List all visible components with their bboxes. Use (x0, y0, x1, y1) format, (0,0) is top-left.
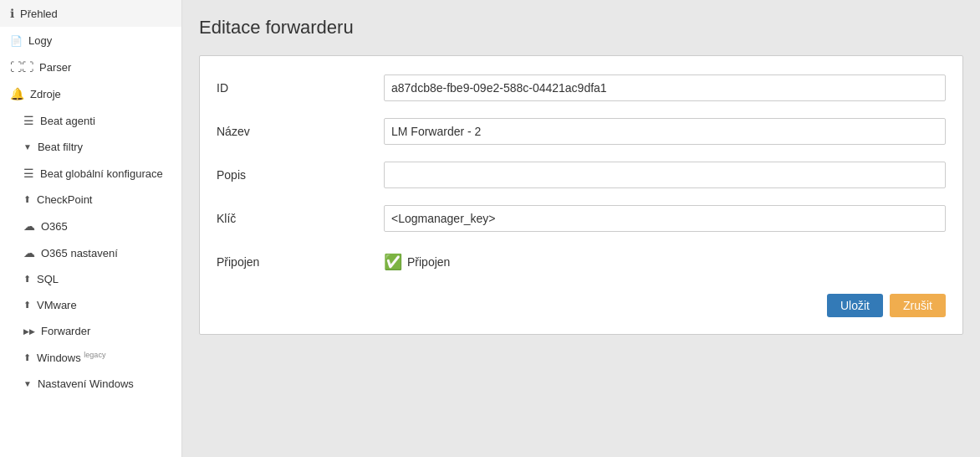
sidebar-item-label: Beat filtry (38, 141, 83, 153)
sidebar-item-label: Nastavení Windows (38, 377, 134, 390)
sidebar-item-o365[interactable]: ☁ O365 (0, 213, 181, 239)
sidebar-item-beat-agenti[interactable]: ☰ Beat agenti (0, 107, 181, 134)
main-content: Editace forwarderu ID Název Popis Klíč P… (182, 0, 980, 457)
sidebar-item-label: Parser (39, 61, 71, 74)
popis-label: Popis (217, 168, 384, 182)
klic-label: Klíč (217, 212, 384, 225)
sql-icon: ⬆ (23, 274, 31, 285)
klic-input[interactable] (384, 205, 946, 232)
sidebar-item-label: Beat globální konfigurace (40, 167, 163, 180)
sidebar-item-label: Logy (28, 34, 52, 47)
o365nav-icon: ☁ (23, 246, 35, 259)
sidebar-item-nastaveni-windows[interactable]: ▼ Nastavení Windows (0, 371, 181, 397)
sidebar-item-logy[interactable]: Logy (0, 27, 181, 54)
zdroje-icon: 🔔 (10, 87, 24, 100)
sidebar-item-label: Beat agenti (40, 115, 95, 127)
sidebar-item-beat-filtry[interactable]: ▼ Beat filtry (0, 134, 181, 160)
vmware-icon: ⬆ (23, 300, 31, 311)
form-card: ID Název Popis Klíč Připojen ✅ Připojen … (199, 55, 963, 335)
beat-agenti-icon: ☰ (23, 114, 34, 127)
parser-icon: ⛶ (10, 60, 33, 74)
sidebar-item-label: Přehled (20, 8, 58, 20)
file-icon (10, 33, 23, 47)
form-actions: Uložit Zrušit (217, 294, 946, 317)
sidebar-item-label: Windows legacy (37, 351, 105, 364)
sidebar-item-label: CheckPoint (37, 193, 92, 206)
id-label: ID (217, 81, 384, 95)
beat-global-icon: ☰ (23, 167, 34, 180)
sidebar-item-label: Forwarder (41, 325, 90, 337)
connected-icon: ✅ (384, 253, 402, 271)
form-row-nazev: Název (217, 116, 946, 146)
sidebar-item-prehled[interactable]: Přehled (0, 0, 181, 27)
pripojen-label: Připojen (217, 255, 384, 269)
sidebar-item-label: O365 (41, 220, 68, 233)
forwarder-icon: ▶▶ (23, 327, 35, 336)
page-title: Editace forwarderu (199, 17, 963, 39)
sidebar-item-vmware[interactable]: ⬆ VMware (0, 292, 181, 318)
sidebar-item-o365-nastaveni[interactable]: ☁ O365 nastavení (0, 239, 181, 266)
status-connected: ✅ Připojen (384, 253, 450, 271)
sidebar-item-forwarder[interactable]: ▶▶ Forwarder (0, 318, 181, 344)
sidebar-item-label: O365 nastavení (41, 247, 118, 259)
sidebar-item-parser[interactable]: ⛶ Parser (0, 54, 181, 80)
pripojen-status: Připojen (407, 255, 450, 269)
form-row-pripojen: Připojen ✅ Připojen (217, 247, 946, 277)
sidebar-item-beat-globalni[interactable]: ☰ Beat globální konfigurace (0, 160, 181, 187)
windows-icon: ⬆ (23, 352, 31, 363)
form-row-popis: Popis (217, 160, 946, 190)
save-button[interactable]: Uložit (827, 294, 883, 317)
o365-icon: ☁ (23, 219, 35, 233)
id-input[interactable] (384, 74, 946, 101)
nazev-label: Název (217, 125, 384, 138)
beat-filtry-icon: ▼ (23, 142, 32, 151)
sidebar-item-label: VMware (37, 299, 77, 311)
info-icon (10, 7, 14, 20)
nastaveni-icon: ▼ (23, 379, 32, 388)
sidebar-item-sql[interactable]: ⬆ SQL (0, 266, 181, 292)
nazev-input[interactable] (384, 118, 946, 145)
sidebar-item-zdroje[interactable]: 🔔 Zdroje (0, 80, 181, 107)
popis-input[interactable] (384, 162, 946, 188)
sidebar-item-label: Zdroje (30, 88, 61, 100)
sidebar: Přehled Logy ⛶ Parser 🔔 Zdroje ☰ Beat ag… (0, 0, 182, 457)
sidebar-item-label: SQL (37, 273, 59, 285)
checkpoint-icon: ⬆ (23, 194, 31, 205)
cancel-button[interactable]: Zrušit (890, 294, 946, 317)
sidebar-item-checkpoint[interactable]: ⬆ CheckPoint (0, 187, 181, 213)
form-row-klic: Klíč (217, 203, 946, 234)
sidebar-item-windows[interactable]: ⬆ Windows legacy (0, 344, 181, 371)
form-row-id: ID (217, 73, 946, 103)
